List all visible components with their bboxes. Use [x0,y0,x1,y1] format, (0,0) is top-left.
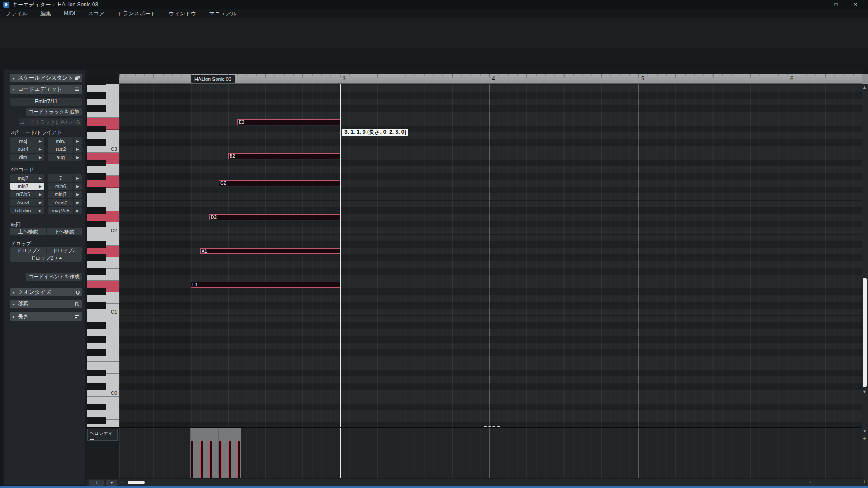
length-section[interactable]: ▸ 長さ [10,312,82,321]
black-key[interactable] [87,322,106,329]
maximize-button[interactable]: □ [832,1,840,8]
chord-play-arrow[interactable]: ▶ [36,145,44,153]
match-chord-track-button[interactable]: コードトラックに合わせる [19,118,82,126]
chord-button-minj7[interactable]: minj7▶ [48,191,82,198]
drop3-button[interactable]: ドロップ3 [46,247,82,254]
move-down-inversion-button[interactable]: 下へ移動 [46,228,82,235]
midi-note-D2[interactable]: D2 [209,214,340,220]
black-key[interactable] [87,187,106,193]
black-key[interactable] [87,383,106,390]
horizontal-scrollbar-thumb[interactable] [128,481,145,484]
black-key[interactable] [87,207,106,214]
midi-note-E1[interactable]: E1 [191,282,340,288]
midi-note-B2[interactable]: B2 [228,153,340,159]
drop24-button[interactable]: ドロップ2 + 4 [10,254,82,262]
horizontal-zoom-plus[interactable]: + [863,479,866,484]
chord-button-7sus4[interactable]: 7sus4▶ [10,199,44,206]
black-key[interactable] [87,92,106,99]
chord-button-dim[interactable]: dim▶ [10,154,44,161]
chord-button-sus4[interactable]: sus4▶ [10,145,44,153]
black-key[interactable] [87,173,106,180]
drop2-button[interactable]: ドロップ2 [10,247,46,254]
black-key[interactable] [87,241,106,248]
chord-button-min6[interactable]: min6▶ [48,183,82,190]
black-key[interactable] [87,126,106,132]
menu-score[interactable]: スコア [88,10,104,18]
menu-file[interactable]: ファイル [5,10,28,18]
black-key[interactable] [87,336,106,343]
create-chord-event-button[interactable]: コードイベントを作成 [26,273,82,281]
velocity-bar-A1[interactable] [200,441,203,478]
black-key[interactable] [87,105,106,112]
chord-button-min7[interactable]: min7▶ [10,183,44,190]
scale-assistant-section[interactable]: ▸ スケールアシスタント [10,74,82,82]
chord-button-maj75[interactable]: maj7/#5▶ [48,207,82,214]
black-key[interactable] [87,349,106,356]
close-button[interactable]: ✕ [852,1,859,8]
part-name-tab[interactable]: HALion Sonic 03 [191,75,235,83]
black-key[interactable] [87,254,106,261]
chord-play-arrow[interactable]: ▶ [73,207,82,214]
menu-manual[interactable]: マニュアル [209,10,236,18]
project-cursor-line[interactable] [340,84,341,427]
black-key[interactable] [87,288,106,295]
lane-resize-handle[interactable] [484,426,500,427]
black-key[interactable] [87,221,106,227]
scroll-right-arrow[interactable]: › [809,479,811,485]
chord-button-fulldim[interactable]: full dim▶ [10,207,44,214]
menu-edit[interactable]: 編集 [40,10,51,18]
chord-play-arrow[interactable]: ▶ [36,207,44,214]
chord-button-7sus2[interactable]: 7sus2▶ [48,199,82,206]
transpose-section[interactable]: ▸ 移調 [10,300,82,308]
menu-window[interactable]: ウィンドウ [169,10,196,18]
vertical-scrollbar-thumb[interactable] [863,278,867,387]
velocity-bar-G2[interactable] [219,441,222,478]
chord-play-arrow[interactable]: ▶ [73,199,82,206]
black-key[interactable] [87,268,106,275]
chord-button-m7b5[interactable]: m7/b5▶ [10,191,44,198]
chord-play-arrow[interactable]: ▶ [73,191,82,198]
menu-midi[interactable]: MIDI [64,10,75,17]
black-key[interactable] [87,139,106,146]
midi-note-G2[interactable]: G2 [219,180,340,186]
black-key[interactable] [87,370,106,376]
zoom-slider-dot[interactable]: ● [863,428,866,433]
chord-play-arrow[interactable]: ▶ [36,191,44,198]
lane-preset-dropdown[interactable]: ▼ [106,480,117,486]
velocity-bar-D2[interactable] [209,441,212,478]
add-chord-track-button[interactable]: コードトラックを追加 [26,108,82,116]
move-up-inversion-button[interactable]: 上へ移動 [10,228,46,235]
chord-edit-section[interactable]: ▾ コードエディット [10,85,82,94]
note-grid[interactable]: E1A1D2G2B2E3 3. 1. 1. 0 (長さ: 0. 2. 3. 0) [119,84,862,427]
chord-button-aug[interactable]: aug▶ [48,154,82,161]
scroll-up-arrow[interactable]: ▲ [863,85,867,89]
chord-button-maj7[interactable]: maj7▶ [10,174,44,182]
chord-play-arrow[interactable]: ▶ [73,145,82,153]
black-key[interactable] [87,84,106,85]
scroll-down-arrow[interactable]: ▼ [863,389,867,394]
chord-play-arrow[interactable]: ▶ [73,183,82,190]
velocity-bar-B2[interactable] [228,441,231,478]
black-key[interactable] [87,404,106,410]
chord-button-7[interactable]: 7▶ [48,174,82,182]
chord-play-arrow[interactable]: ▶ [36,199,44,206]
chord-play-arrow[interactable]: ▶ [36,174,44,182]
chord-play-arrow[interactable]: ▶ [73,137,82,145]
add-lane-button[interactable]: + [89,480,104,486]
velocity-lane-label[interactable]: ベロシティー [87,429,118,441]
black-key[interactable] [87,160,106,166]
timeline-ruler[interactable]: 3 4 5 6 HALion Sonic 03 [119,74,862,84]
chord-button-sus2[interactable]: sus2▶ [48,145,82,153]
chord-play-arrow[interactable]: ▶ [36,154,44,161]
midi-note-E3[interactable]: E3 [237,119,340,125]
black-key[interactable] [87,302,106,309]
chord-play-arrow[interactable]: ▶ [36,183,44,190]
midi-note-A1[interactable]: A1 [200,248,340,254]
chord-play-arrow[interactable]: ▶ [36,137,44,145]
minimize-button[interactable]: ─ [813,1,820,8]
piano-keyboard[interactable]: C3C2C1C0 [87,84,119,427]
chord-play-arrow[interactable]: ▶ [73,154,82,161]
velocity-bar-E3[interactable] [237,441,240,478]
scroll-left-arrow[interactable]: ‹ [121,479,123,485]
chord-play-arrow[interactable]: ▶ [73,174,82,182]
